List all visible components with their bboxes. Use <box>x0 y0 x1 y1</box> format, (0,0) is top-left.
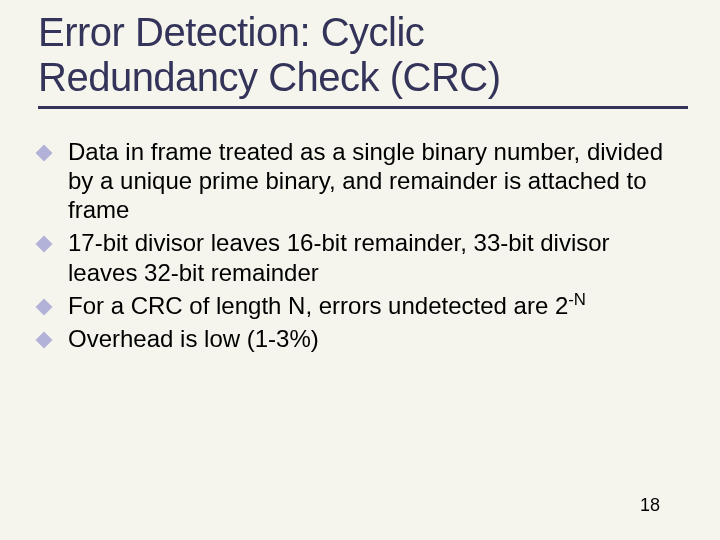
bullet-text: Overhead is low (1-3%) <box>68 325 319 352</box>
slide-title: Error Detection: Cyclic Redundancy Check… <box>38 10 682 100</box>
slide: Error Detection: Cyclic Redundancy Check… <box>0 0 720 540</box>
bullet-icon <box>36 236 53 253</box>
superscript: -N <box>568 290 586 309</box>
bullet-text: Data in frame treated as a single binary… <box>68 138 663 224</box>
bullet-icon <box>36 332 53 349</box>
bullet-item: Data in frame treated as a single binary… <box>38 137 682 225</box>
bullet-list: Data in frame treated as a single binary… <box>38 137 682 354</box>
bullet-item: For a CRC of length N, errors undetected… <box>38 291 682 320</box>
bullet-text: For a CRC of length N, errors undetected… <box>68 292 568 319</box>
page-number: 18 <box>640 495 660 516</box>
bullet-item: Overhead is low (1-3%) <box>38 324 682 353</box>
title-line-2: Redundancy Check (CRC) <box>38 55 501 99</box>
bullet-item: 17-bit divisor leaves 16-bit remainder, … <box>38 228 682 287</box>
bullet-icon <box>36 298 53 315</box>
bullet-icon <box>36 144 53 161</box>
title-underline <box>38 106 688 109</box>
title-line-1: Error Detection: Cyclic <box>38 10 424 54</box>
bullet-text: 17-bit divisor leaves 16-bit remainder, … <box>68 229 610 285</box>
